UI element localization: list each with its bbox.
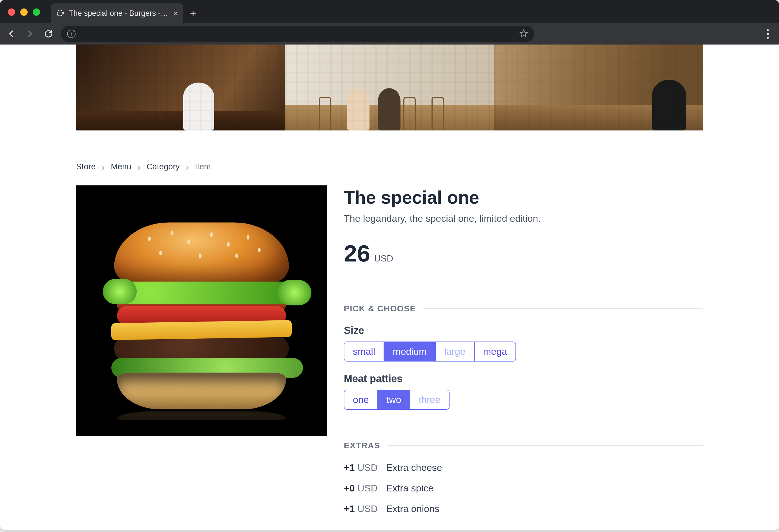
site-info-icon[interactable]: i bbox=[67, 29, 75, 38]
extra-name: Extra onions bbox=[386, 503, 439, 514]
reload-button[interactable] bbox=[42, 27, 55, 40]
browser-window: The special one - Burgers - Lu × + i bbox=[0, 0, 779, 530]
extra-name: Extra spice bbox=[386, 483, 433, 494]
patties-selector-option-three: three bbox=[410, 390, 450, 410]
divider bbox=[387, 445, 703, 446]
extra-price: +1 USD bbox=[344, 462, 378, 473]
extra-row[interactable]: +1 USDExtra cheese bbox=[344, 462, 703, 473]
chevron-right-icon bbox=[184, 164, 190, 170]
extra-price: +0 USD bbox=[344, 483, 378, 494]
size-selector-option-small[interactable]: small bbox=[344, 342, 383, 361]
extra-name: Extra cheese bbox=[386, 462, 442, 473]
bookmark-icon[interactable] bbox=[519, 29, 528, 39]
extras-list: +1 USDExtra cheese+0 USDExtra spice+1 US… bbox=[344, 450, 703, 514]
extra-price: +1 USD bbox=[344, 503, 378, 514]
patties-selector-option-two[interactable]: two bbox=[377, 390, 410, 410]
patties-selector: onetwothree bbox=[344, 390, 450, 410]
page-viewport[interactable]: Store Menu Category Item bbox=[0, 45, 779, 528]
address-bar[interactable]: i bbox=[61, 25, 534, 42]
window-zoom-button[interactable] bbox=[33, 8, 40, 16]
breadcrumb-link-menu[interactable]: Menu bbox=[111, 162, 131, 171]
browser-menu-button[interactable] bbox=[767, 29, 774, 39]
size-selector-option-medium[interactable]: medium bbox=[383, 342, 435, 361]
size-selector-option-mega[interactable]: mega bbox=[474, 342, 516, 361]
price-value: 26 bbox=[344, 240, 370, 267]
section-heading-extras: EXTRAS bbox=[344, 441, 380, 450]
breadcrumb-link-category[interactable]: Category bbox=[146, 162, 180, 171]
chevron-right-icon bbox=[136, 164, 142, 170]
divider bbox=[423, 308, 703, 309]
chevron-right-icon bbox=[100, 164, 106, 170]
item-price: 26 USD bbox=[344, 224, 703, 267]
item-title: The special one bbox=[344, 185, 703, 208]
extra-row[interactable]: +0 USDExtra spice bbox=[344, 483, 703, 494]
close-icon[interactable]: × bbox=[173, 9, 178, 17]
size-selector: smallmediumlargemega bbox=[344, 342, 516, 361]
size-selector-option-large: large bbox=[435, 342, 474, 361]
option-label-size: Size bbox=[344, 324, 703, 337]
tab-bar: The special one - Burgers - Lu × + bbox=[0, 0, 779, 23]
patties-selector-option-one[interactable]: one bbox=[344, 390, 377, 410]
price-currency: USD bbox=[374, 253, 393, 264]
extra-row[interactable]: +1 USDExtra onions bbox=[344, 503, 703, 514]
breadcrumb-link-store[interactable]: Store bbox=[76, 162, 96, 171]
tab-title: The special one - Burgers - Lu bbox=[69, 9, 169, 18]
breadcrumb: Store Menu Category Item bbox=[76, 130, 703, 171]
item-image bbox=[76, 185, 327, 436]
window-minimize-button[interactable] bbox=[20, 8, 27, 16]
back-button[interactable] bbox=[5, 27, 17, 40]
breadcrumb-current: Item bbox=[195, 162, 211, 171]
item-description: The legandary, the special one, limited … bbox=[344, 208, 703, 224]
section-heading-pickchoose: PICK & CHOOSE bbox=[344, 304, 416, 313]
cup-icon bbox=[56, 9, 65, 18]
window-controls bbox=[8, 8, 40, 16]
option-label-patties: Meat patties bbox=[344, 373, 703, 385]
browser-toolbar: i bbox=[0, 23, 779, 45]
browser-tab[interactable]: The special one - Burgers - Lu × bbox=[51, 3, 183, 23]
new-tab-button[interactable]: + bbox=[183, 3, 203, 23]
store-hero-image bbox=[76, 45, 703, 130]
window-close-button[interactable] bbox=[8, 8, 15, 16]
forward-button[interactable] bbox=[24, 27, 36, 40]
